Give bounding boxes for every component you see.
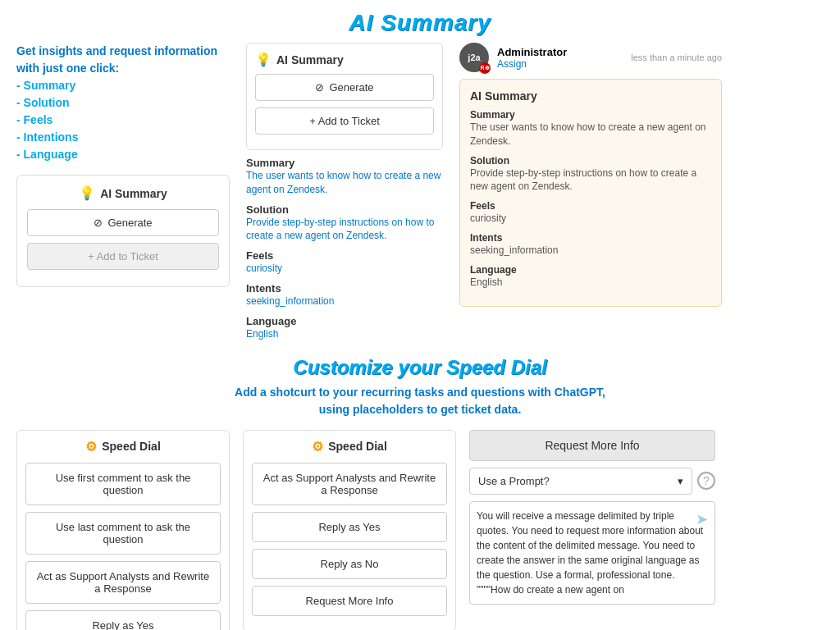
speed-col-mid: ⚙ Speed Dial Act as Support Analysts and…	[243, 430, 456, 630]
middle-column: 💡 AI Summary ⊘ Generate + Add to Ticket …	[246, 43, 443, 348]
speed-subtitle: Add a shotcurt to your recurring tasks a…	[16, 384, 824, 418]
speed-btn-mid-4[interactable]: Request More Info	[252, 586, 447, 616]
page-title: AI Summary	[0, 10, 840, 36]
solution-section-mid: Solution Provide step-by-step instructio…	[246, 203, 443, 244]
speed-btn-left-3[interactable]: Act as Support Analysts and Rewrite a Re…	[25, 561, 221, 604]
speed-btn-mid-3[interactable]: Reply as No	[252, 549, 447, 579]
intro-text: Get insights and request information wit…	[16, 43, 230, 163]
ai-panel-left-title: 💡 AI Summary	[27, 185, 219, 201]
generate-button-left[interactable]: ⊘ Generate	[27, 209, 219, 236]
chevron-down-icon: ▾	[678, 475, 683, 487]
speed-btn-left-2[interactable]: Use last comment to ask the question	[25, 512, 221, 555]
intro-item-intentions: - Intentions	[16, 130, 78, 144]
right-column: j2a R⊕ Administrator Assign less than a …	[459, 43, 722, 307]
intro-item-summary: - Summary	[16, 79, 75, 92]
ticket-summary: Summary The user wants to know how to cr…	[470, 109, 711, 148]
ticket-body: AI Summary Summary The user wants to kno…	[459, 79, 722, 307]
speed-col-mid-title: ⚙ Speed Dial	[252, 439, 447, 454]
ticket-language: Language English	[470, 264, 711, 290]
intro-item-solution: - Solution	[16, 96, 70, 109]
generate-icon-left: ⊘	[94, 217, 103, 229]
prompt-textarea: You will receive a message delimited by …	[469, 501, 715, 605]
intents-section-mid: Intents seeking_information	[246, 282, 443, 308]
speed-btn-mid-1[interactable]: Act as Support Analysts and Rewrite a Re…	[252, 463, 447, 505]
prompt-row: Use a Prompt? ▾ ?	[469, 468, 715, 495]
language-section-mid: Language English	[246, 315, 443, 341]
help-icon[interactable]: ?	[697, 472, 715, 490]
speed-btn-left-4[interactable]: Reply as Yes	[25, 610, 221, 630]
speed-title: Customize your Speed Dial	[16, 356, 824, 379]
ticket-info: Administrator Assign	[497, 46, 623, 70]
bulb-icon-left: 💡	[79, 185, 95, 201]
left-column: Get insights and request information wit…	[16, 43, 230, 287]
bulb-icon-mid: 💡	[255, 52, 272, 67]
speed-btn-left-1[interactable]: Use first comment to ask the question	[25, 463, 221, 505]
ticket-header: j2a R⊕ Administrator Assign less than a …	[459, 43, 722, 72]
summary-section-mid: Summary The user wants to know how to cr…	[246, 157, 443, 197]
ai-panel-mid-title: 💡 AI Summary	[255, 52, 434, 67]
speed-col-left-title: ⚙ Speed Dial	[25, 439, 221, 454]
add-ticket-button-mid[interactable]: + Add to Ticket	[255, 107, 434, 135]
add-ticket-button-left[interactable]: + Add to Ticket	[27, 243, 219, 270]
ticket-feels: Feels curiosity	[470, 200, 711, 226]
gear-icon-mid: ⚙	[312, 439, 323, 454]
ticket-intents: Intents seeking_information	[470, 232, 711, 258]
speed-section: Customize your Speed Dial Add a shotcurt…	[0, 348, 840, 630]
ticket-solution: Solution Provide step-by-step instructio…	[470, 155, 711, 194]
speed-col-left: ⚙ Speed Dial Use first comment to ask th…	[16, 430, 230, 630]
avatar-badge: R⊕	[479, 62, 491, 74]
request-more-button[interactable]: Request More Info	[469, 430, 715, 461]
intro-item-language: - Language	[16, 148, 78, 161]
speed-btn-mid-2[interactable]: Reply as Yes	[252, 512, 447, 542]
prompt-select[interactable]: Use a Prompt? ▾	[469, 468, 692, 495]
generate-button-mid[interactable]: ⊘ Generate	[255, 74, 434, 101]
avatar: j2a R⊕	[459, 43, 489, 72]
feels-section-mid: Feels curiosity	[246, 249, 443, 276]
page-header: AI Summary	[0, 0, 840, 43]
ai-summary-panel-mid: 💡 AI Summary ⊘ Generate + Add to Ticket	[246, 43, 443, 150]
gear-icon-left: ⚙	[85, 439, 97, 454]
speed-col-right: Request More Info Use a Prompt? ▾ ? You …	[469, 430, 715, 605]
top-section: Get insights and request information wit…	[0, 43, 840, 348]
intro-item-feels: - Feels	[16, 113, 52, 126]
send-icon[interactable]: ➤	[696, 509, 708, 531]
generate-icon-mid: ⊘	[315, 81, 324, 94]
ai-summary-panel-left: 💡 AI Summary ⊘ Generate + Add to Ticket	[16, 175, 230, 287]
speed-columns: ⚙ Speed Dial Use first comment to ask th…	[16, 430, 824, 630]
ticket-panel-title: AI Summary	[470, 89, 711, 103]
